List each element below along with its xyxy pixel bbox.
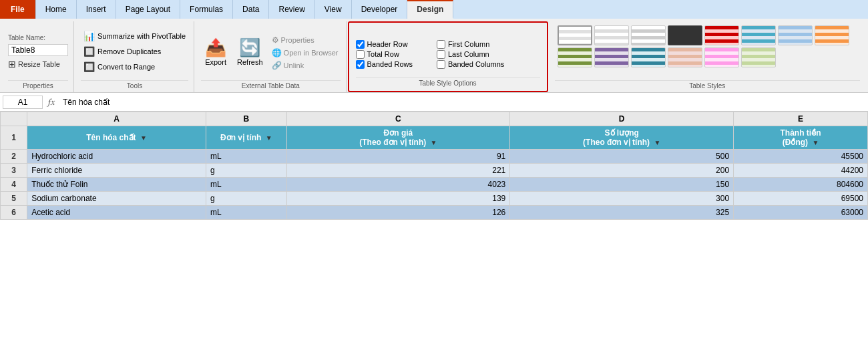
table-style-blue-1[interactable] [741, 25, 776, 45]
tab-design[interactable]: Design [407, 0, 453, 19]
cell-c5[interactable]: 139 [286, 192, 510, 206]
cell-b5[interactable]: g [206, 192, 287, 206]
first-column-label: First Column [448, 40, 489, 48]
cell-d4[interactable]: 150 [510, 178, 734, 192]
row-num-6: 6 [1, 206, 27, 220]
first-column-checkbox[interactable] [437, 40, 445, 49]
table-style-light-3[interactable] [631, 25, 666, 45]
cell-reference-input[interactable] [3, 96, 43, 109]
header-col-b[interactable]: Đơn vị tính ▼ [206, 126, 287, 150]
last-column-option[interactable]: Last Column [437, 50, 504, 59]
col-header-a[interactable]: A [27, 112, 206, 126]
table-style-lime-1[interactable] [741, 47, 776, 67]
total-row-checkbox[interactable] [356, 50, 365, 59]
tab-page-layout[interactable]: Page Layout [116, 0, 180, 19]
table-style-light-1[interactable] [558, 25, 592, 45]
cell-a4[interactable]: Thuốc thử Folin [27, 178, 206, 192]
filter-arrow-d[interactable]: ▼ [654, 139, 660, 146]
properties-icon: ⚙ [272, 35, 279, 45]
total-row-option[interactable]: Total Row [356, 50, 423, 59]
table-style-blue-2[interactable] [778, 25, 813, 45]
table-styles-group: Table Styles [550, 21, 865, 92]
remove-duplicates-button[interactable]: 🔲 Remove Duplicates [81, 45, 164, 58]
unlink-button[interactable]: 🔗 Unlink [270, 60, 341, 71]
col-header-c[interactable]: C [286, 112, 510, 126]
header-row-option[interactable]: Header Row [356, 40, 423, 49]
tab-review[interactable]: Review [269, 0, 314, 19]
table-style-light-2[interactable] [594, 25, 629, 45]
col-header-d[interactable]: D [510, 112, 734, 126]
cell-b2[interactable]: mL [206, 150, 287, 164]
banded-columns-option[interactable]: Banded Columns [437, 60, 504, 69]
row-num-5: 5 [1, 192, 27, 206]
cell-e4[interactable]: 804600 [734, 178, 868, 192]
properties-group-label: Properties [8, 80, 68, 91]
header-col-a[interactable]: Tên hóa chất ▼ [27, 126, 206, 150]
open-browser-button[interactable]: 🌐 Open in Browser [270, 47, 341, 58]
cell-c6[interactable]: 126 [286, 206, 510, 220]
style-options-group-label: Table Style Options [356, 77, 540, 88]
cell-a2[interactable]: Hydrochloric acid [27, 150, 206, 164]
table-name-input[interactable] [8, 44, 68, 56]
cell-d6[interactable]: 325 [510, 206, 734, 220]
cell-d2[interactable]: 500 [510, 150, 734, 164]
first-column-option[interactable]: First Column [437, 40, 504, 49]
cell-b6[interactable]: mL [206, 206, 287, 220]
properties-group-content: Table Name: ⊞ Resize Table [8, 23, 68, 80]
summarize-pivottable-button[interactable]: 📊 Summarize with PivotTable [81, 29, 188, 43]
header-col-c[interactable]: Đơn giá(Theo đơn vị tính) ▼ [286, 126, 510, 150]
table-style-purple-1[interactable] [594, 47, 629, 67]
cell-e2[interactable]: 45500 [734, 150, 868, 164]
banded-columns-checkbox[interactable] [437, 60, 445, 69]
cell-c4[interactable]: 4023 [286, 178, 510, 192]
tab-insert[interactable]: Insert [77, 0, 116, 19]
cell-b3[interactable]: g [206, 164, 287, 178]
header-col-d[interactable]: Số lượng(Theo đơn vị tính) ▼ [510, 126, 734, 150]
cell-e6[interactable]: 63000 [734, 206, 868, 220]
filter-arrow-c[interactable]: ▼ [431, 139, 437, 146]
col-header-e[interactable]: E [734, 112, 868, 126]
cell-a5[interactable]: Sodium carbonate [27, 192, 206, 206]
col-header-b[interactable]: B [206, 112, 287, 126]
table-style-dark-2[interactable] [704, 25, 739, 45]
banded-rows-option[interactable]: Banded Rows [356, 60, 423, 69]
formula-input[interactable] [60, 96, 865, 108]
cell-a6[interactable]: Acetic acid [27, 206, 206, 220]
tab-home[interactable]: Home [36, 0, 77, 19]
filter-arrow-e[interactable]: ▼ [812, 139, 819, 146]
tab-formulas[interactable]: Formulas [180, 0, 233, 19]
banded-columns-label: Banded Columns [448, 60, 504, 68]
properties-button[interactable]: ⚙ Properties [270, 35, 341, 45]
cell-d5[interactable]: 300 [510, 192, 734, 206]
table-style-red-1[interactable] [668, 47, 702, 67]
table-style-dark-1[interactable] [668, 25, 702, 45]
cell-a3[interactable]: Ferric chloride [27, 164, 206, 178]
cell-c2[interactable]: 91 [286, 150, 510, 164]
header-row-checkbox[interactable] [356, 40, 365, 49]
resize-table-button[interactable]: ⊞ Resize Table [8, 59, 60, 69]
header-col-e[interactable]: Thành tiền(Đồng) ▼ [734, 126, 868, 150]
external-data-content: 📤 Export 🔄 Refresh ⚙ Properties 🌐 Open i… [201, 23, 340, 80]
table-style-teal-1[interactable] [631, 47, 666, 67]
cell-d3[interactable]: 200 [510, 164, 734, 178]
spreadsheet-table: A B C D E 1 Tên hóa chất ▼ Đơn vị tính ▼… [0, 112, 868, 220]
refresh-button[interactable]: 🔄 Refresh [233, 36, 267, 67]
convert-to-range-button[interactable]: 🔲 Convert to Range [81, 60, 158, 73]
table-style-green-1[interactable] [558, 47, 592, 67]
last-column-checkbox[interactable] [437, 50, 445, 59]
banded-rows-checkbox[interactable] [356, 60, 365, 69]
filter-arrow-a[interactable]: ▼ [140, 134, 147, 142]
tab-file[interactable]: File [0, 0, 36, 19]
cell-c3[interactable]: 221 [286, 164, 510, 178]
tab-developer[interactable]: Developer [352, 0, 408, 19]
tab-view[interactable]: View [315, 0, 352, 19]
export-button[interactable]: 📤 Export [201, 36, 230, 67]
tab-data[interactable]: Data [233, 0, 269, 19]
table-style-orange-1[interactable] [815, 25, 849, 45]
table-style-pink-1[interactable] [704, 47, 739, 67]
table-name-label: Table Name: [8, 34, 45, 41]
cell-e5[interactable]: 69500 [734, 192, 868, 206]
cell-b4[interactable]: mL [206, 178, 287, 192]
cell-e3[interactable]: 44200 [734, 164, 868, 178]
filter-arrow-b[interactable]: ▼ [266, 134, 272, 142]
